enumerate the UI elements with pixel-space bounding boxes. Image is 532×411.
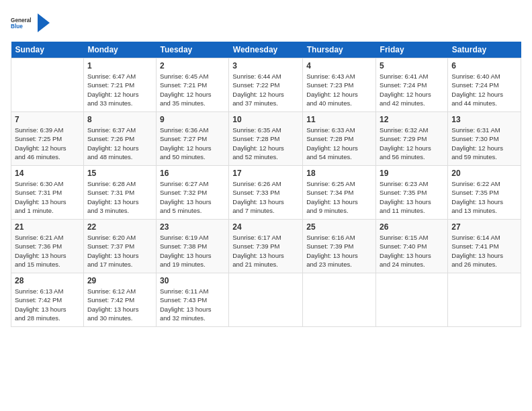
calendar-week-row: 7Sunrise: 6:39 AM Sunset: 7:25 PM Daylig… [11,112,521,166]
svg-marker-2 [38,13,50,32]
calendar-day-cell: 23Sunrise: 6:19 AM Sunset: 7:38 PM Dayli… [156,220,228,273]
day-number: 29 [87,276,152,285]
day-info: Sunrise: 6:47 AM Sunset: 7:21 PM Dayligh… [87,72,152,107]
calendar-day-cell: 2Sunrise: 6:45 AM Sunset: 7:21 PM Daylig… [156,58,228,112]
weekday-header: Sunday [11,42,84,58]
day-info: Sunrise: 6:19 AM Sunset: 7:38 PM Dayligh… [160,233,225,269]
calendar-day-cell [303,273,376,327]
day-number: 7 [15,115,80,124]
day-number: 5 [380,61,444,71]
day-number: 17 [232,169,299,178]
day-info: Sunrise: 6:39 AM Sunset: 7:25 PM Dayligh… [15,126,80,161]
calendar-day-cell: 13Sunrise: 6:31 AM Sunset: 7:30 PM Dayli… [448,112,521,166]
calendar-day-cell [448,273,521,327]
day-info: Sunrise: 6:11 AM Sunset: 7:43 PM Dayligh… [160,287,225,322]
day-number: 3 [232,61,299,71]
day-info: Sunrise: 6:44 AM Sunset: 7:22 PM Dayligh… [232,72,299,107]
day-number: 2 [160,61,225,71]
calendar-week-row: 1Sunrise: 6:47 AM Sunset: 7:21 PM Daylig… [11,58,521,112]
day-number: 20 [451,169,517,178]
day-info: Sunrise: 6:31 AM Sunset: 7:30 PM Dayligh… [451,126,517,161]
calendar-day-cell: 11Sunrise: 6:33 AM Sunset: 7:28 PM Dayli… [303,112,376,166]
day-number: 26 [380,222,444,232]
calendar-day-cell: 3Sunrise: 6:44 AM Sunset: 7:22 PM Daylig… [229,58,303,112]
calendar-day-cell: 8Sunrise: 6:37 AM Sunset: 7:26 PM Daylig… [83,112,156,166]
calendar-day-cell: 20Sunrise: 6:22 AM Sunset: 7:35 PM Dayli… [448,166,521,220]
calendar-day-cell: 29Sunrise: 6:12 AM Sunset: 7:42 PM Dayli… [83,273,156,327]
calendar-week-row: 14Sunrise: 6:30 AM Sunset: 7:31 PM Dayli… [11,166,521,220]
day-number: 11 [306,115,372,124]
calendar-day-cell [376,273,448,327]
calendar-day-cell [11,58,84,112]
calendar-day-cell: 5Sunrise: 6:41 AM Sunset: 7:24 PM Daylig… [376,58,448,112]
day-info: Sunrise: 6:17 AM Sunset: 7:39 PM Dayligh… [232,233,299,269]
calendar-day-cell: 9Sunrise: 6:36 AM Sunset: 7:27 PM Daylig… [156,112,228,166]
day-info: Sunrise: 6:37 AM Sunset: 7:26 PM Dayligh… [87,126,152,161]
day-number: 23 [160,222,225,232]
day-number: 8 [87,115,152,124]
day-info: Sunrise: 6:27 AM Sunset: 7:32 PM Dayligh… [160,179,225,215]
day-info: Sunrise: 6:45 AM Sunset: 7:21 PM Dayligh… [160,72,225,107]
weekday-header: Monday [83,42,156,58]
weekday-header: Saturday [448,42,521,58]
page-header: General Blue [11,11,521,35]
weekday-header: Wednesday [229,42,303,58]
day-number: 28 [15,276,80,285]
day-number: 18 [306,169,372,178]
calendar-day-cell: 25Sunrise: 6:16 AM Sunset: 7:39 PM Dayli… [303,220,376,273]
day-number: 27 [451,222,517,232]
day-number: 9 [160,115,225,124]
calendar-day-cell: 27Sunrise: 6:14 AM Sunset: 7:41 PM Dayli… [448,220,521,273]
day-info: Sunrise: 6:20 AM Sunset: 7:37 PM Dayligh… [87,233,152,269]
day-info: Sunrise: 6:33 AM Sunset: 7:28 PM Dayligh… [306,126,372,161]
day-number: 15 [87,169,152,178]
calendar-day-cell: 19Sunrise: 6:23 AM Sunset: 7:35 PM Dayli… [376,166,448,220]
svg-text:General: General [11,17,32,24]
day-info: Sunrise: 6:30 AM Sunset: 7:31 PM Dayligh… [15,179,80,215]
day-number: 13 [451,115,517,124]
day-number: 30 [160,276,225,285]
day-info: Sunrise: 6:41 AM Sunset: 7:24 PM Dayligh… [380,72,444,107]
logo-svg: General Blue [11,11,35,35]
calendar-day-cell: 16Sunrise: 6:27 AM Sunset: 7:32 PM Dayli… [156,166,228,220]
day-number: 12 [380,115,444,124]
calendar-day-cell: 18Sunrise: 6:25 AM Sunset: 7:34 PM Dayli… [303,166,376,220]
day-number: 14 [15,169,80,178]
day-info: Sunrise: 6:25 AM Sunset: 7:34 PM Dayligh… [306,179,372,215]
calendar-day-cell: 26Sunrise: 6:15 AM Sunset: 7:40 PM Dayli… [376,220,448,273]
calendar-day-cell: 14Sunrise: 6:30 AM Sunset: 7:31 PM Dayli… [11,166,84,220]
day-info: Sunrise: 6:35 AM Sunset: 7:28 PM Dayligh… [232,126,299,161]
day-number: 25 [306,222,372,232]
day-info: Sunrise: 6:26 AM Sunset: 7:33 PM Dayligh… [232,179,299,215]
day-number: 21 [15,222,80,232]
day-info: Sunrise: 6:21 AM Sunset: 7:36 PM Dayligh… [15,233,80,269]
day-info: Sunrise: 6:32 AM Sunset: 7:29 PM Dayligh… [380,126,444,161]
calendar-day-cell [229,273,303,327]
svg-text:Blue: Blue [11,24,23,30]
calendar-day-cell: 21Sunrise: 6:21 AM Sunset: 7:36 PM Dayli… [11,220,84,273]
day-number: 24 [232,222,299,232]
logo: General Blue [11,11,50,35]
calendar-day-cell: 15Sunrise: 6:28 AM Sunset: 7:31 PM Dayli… [83,166,156,220]
calendar-day-cell: 28Sunrise: 6:13 AM Sunset: 7:42 PM Dayli… [11,273,84,327]
day-info: Sunrise: 6:15 AM Sunset: 7:40 PM Dayligh… [380,233,444,269]
day-info: Sunrise: 6:28 AM Sunset: 7:31 PM Dayligh… [87,179,152,215]
day-number: 4 [306,61,372,71]
day-info: Sunrise: 6:22 AM Sunset: 7:35 PM Dayligh… [451,179,517,215]
calendar-day-cell: 12Sunrise: 6:32 AM Sunset: 7:29 PM Dayli… [376,112,448,166]
calendar-day-cell: 4Sunrise: 6:43 AM Sunset: 7:23 PM Daylig… [303,58,376,112]
weekday-header: Friday [376,42,448,58]
day-info: Sunrise: 6:36 AM Sunset: 7:27 PM Dayligh… [160,126,225,161]
day-number: 10 [232,115,299,124]
day-info: Sunrise: 6:14 AM Sunset: 7:41 PM Dayligh… [451,233,517,269]
calendar-day-cell: 10Sunrise: 6:35 AM Sunset: 7:28 PM Dayli… [229,112,303,166]
calendar-day-cell: 17Sunrise: 6:26 AM Sunset: 7:33 PM Dayli… [229,166,303,220]
logo-arrow-icon [38,13,50,32]
calendar-week-row: 21Sunrise: 6:21 AM Sunset: 7:36 PM Dayli… [11,220,521,273]
day-info: Sunrise: 6:13 AM Sunset: 7:42 PM Dayligh… [15,287,80,322]
weekday-header-row: SundayMondayTuesdayWednesdayThursdayFrid… [11,42,521,58]
calendar-week-row: 28Sunrise: 6:13 AM Sunset: 7:42 PM Dayli… [11,273,521,327]
calendar-day-cell: 7Sunrise: 6:39 AM Sunset: 7:25 PM Daylig… [11,112,84,166]
weekday-header: Thursday [303,42,376,58]
day-info: Sunrise: 6:16 AM Sunset: 7:39 PM Dayligh… [306,233,372,269]
